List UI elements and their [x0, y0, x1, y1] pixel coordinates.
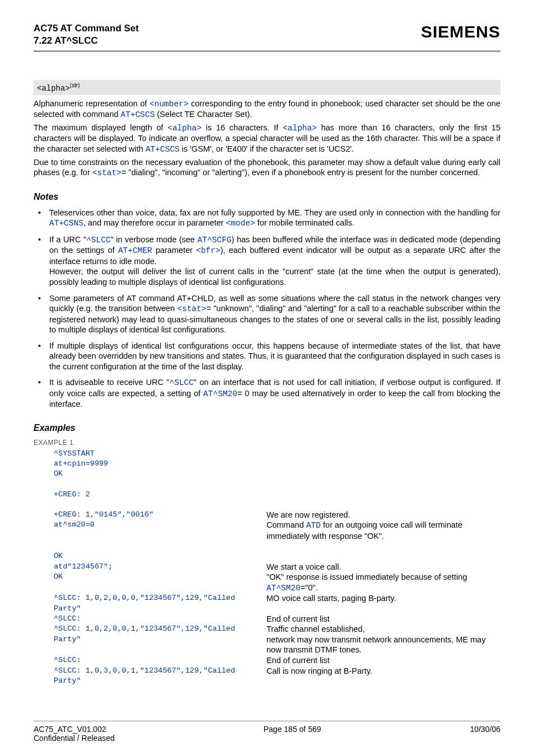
param-name: <alpha> — [37, 84, 70, 93]
ex-row: at+cpin=9999 — [54, 459, 500, 469]
ref-atd[interactable]: ATD — [306, 521, 321, 530]
ex-cmd: +CREG: 2 — [54, 490, 266, 500]
note-item: If a URC "^SLCC" in verbose mode (see AT… — [34, 234, 500, 288]
t: If a URC " — [49, 235, 86, 244]
ex-cmd: at+cpin=9999 — [54, 459, 266, 469]
ex-row: +CREG: 2 — [54, 490, 500, 500]
t: , and may therefore occur in parameter — [83, 218, 226, 227]
ref-stat[interactable]: <stat> — [177, 304, 207, 313]
ex-cmd: OK — [54, 551, 266, 561]
footer-doc-id: AC75_ATC_V01.002 — [34, 725, 106, 734]
header-divider — [34, 50, 500, 52]
t: However, the output will deliver the lis… — [49, 267, 500, 287]
ex-cmd: +CREG: 1,"0145","0016" — [54, 510, 266, 520]
notes-heading: Notes — [34, 192, 500, 202]
blank — [54, 480, 500, 490]
ex-row: ^SLCC: 1,0,3,0,0,1,"1234567",129,"Called… — [54, 666, 500, 686]
page-footer: AC75_ATC_V01.002 Confidential / Released… — [34, 721, 500, 743]
ex-desc: Call is now ringing at B-Party. — [266, 666, 500, 677]
blank — [54, 541, 500, 551]
ex-row: ^SYSSTART — [54, 449, 500, 459]
example-1-label: EXAMPLE 1 — [34, 439, 500, 447]
ex-row: OK — [54, 469, 500, 479]
t: (Select TE Character Set). — [154, 110, 252, 119]
ref-bfr[interactable]: <bfr> — [196, 246, 221, 255]
ex-cmd: at^sm20=0 — [54, 520, 266, 530]
t: It is adviseable to receive URC " — [49, 378, 170, 387]
ref-mode[interactable]: <mode> — [226, 219, 255, 228]
ex-desc: Command ATD for an outgoing voice call w… — [266, 520, 500, 541]
ref-slcc[interactable]: ^SLCC — [170, 378, 194, 387]
ex-cmd: OK — [54, 572, 266, 582]
t: = "dialing", "incoming" or "alerting"), … — [121, 168, 480, 177]
blank — [54, 500, 500, 510]
ref-at-sm20[interactable]: AT^SM20 — [266, 584, 301, 593]
t: " in verbose mode (see — [111, 235, 198, 244]
ex-desc: We are now registered. — [266, 510, 500, 520]
footer-confidentiality: Confidential / Released — [34, 734, 115, 743]
ref-at-csns[interactable]: AT+CSNS — [49, 219, 83, 228]
ref-slcc[interactable]: ^SLCC — [86, 236, 111, 245]
t: Alphanumeric representation of — [34, 99, 149, 108]
t: Teleservices other than voice, data, fax… — [49, 208, 500, 217]
t: If multiple displays of identical list c… — [49, 341, 500, 371]
note-item: Teleservices other than voice, data, fax… — [34, 208, 500, 229]
ex-desc: End of current list — [266, 614, 500, 624]
para-1: Alphanumeric representation of <number> … — [34, 98, 500, 120]
ref-at-cscs[interactable]: AT+CSCS — [146, 145, 180, 154]
t: is 'GSM', or 'E400' if the character set… — [180, 144, 354, 153]
ex-row: +CREG: 1,"0145","0016"We are now registe… — [54, 510, 500, 520]
footer-date: 10/30/06 — [470, 725, 501, 743]
brand-logo: SIEMENS — [421, 22, 500, 41]
header-line2: 7.22 AT^SLCC — [34, 35, 98, 46]
ex-row: OK"OK" response is issued immediately be… — [54, 572, 500, 593]
ex-desc: MO voice call starts, paging B-party. — [266, 593, 500, 604]
ref-alpha[interactable]: <alpha> — [167, 124, 202, 133]
examples-heading: Examples — [34, 423, 500, 433]
ex-cmd: ^SLCC: — [54, 614, 266, 624]
ref-at-cmer[interactable]: AT+CMER — [118, 246, 152, 255]
ex-cmd: ^SLCC: 1,0,2,0,0,0,"1234567",129,"Called… — [54, 593, 266, 613]
ex-row: atd"1234567";We start a voice call. — [54, 562, 500, 572]
ref-stat[interactable]: <stat> — [92, 168, 121, 177]
ex-cmd: ^SYSSTART — [54, 449, 266, 459]
page-header: AC75 AT Command Set 7.22 AT^SLCC SIEMENS — [34, 22, 500, 47]
footer-left: AC75_ATC_V01.002 Confidential / Released — [34, 725, 115, 743]
ex-cmd: ^SLCC: — [54, 655, 266, 665]
header-title: AC75 AT Command Set 7.22 AT^SLCC — [34, 22, 139, 47]
note-item: Some parameters of AT command AT+CHLD, a… — [34, 293, 500, 335]
ex-row: ^SLCC:End of current list — [54, 655, 500, 666]
t: is 16 characters. If — [202, 123, 283, 132]
t: Traffic channel established, — [266, 624, 365, 633]
ex-cmd: OK — [54, 469, 266, 479]
param-alpha-header: <alpha>(str) — [34, 80, 500, 95]
ref-at-cscs[interactable]: AT+CSCS — [121, 110, 155, 119]
ex-row: ^SLCC: 1,0,2,0,0,1,"1234567",129,"Called… — [54, 624, 500, 655]
ex-desc: End of current list — [266, 655, 500, 666]
t: parameter — [152, 246, 196, 255]
param-sup: (str) — [70, 82, 80, 88]
ex-row: ^SLCC: 1,0,2,0,0,0,"1234567",129,"Called… — [54, 593, 500, 613]
ex-desc: We start a voice call. — [266, 562, 500, 572]
note-item: If multiple displays of identical list c… — [34, 341, 500, 372]
page: AC75 AT Command Set 7.22 AT^SLCC SIEMENS… — [0, 0, 534, 756]
ex-row: OK — [54, 551, 500, 561]
ex-desc: Traffic channel established,network may … — [266, 624, 500, 655]
ref-at-sm20[interactable]: AT^SM20 — [203, 389, 237, 398]
ex-row: at^sm20=0Command ATD for an outgoing voi… — [54, 520, 500, 541]
footer-page-number: Page 185 of 569 — [264, 725, 321, 743]
t: ="0". — [301, 583, 318, 592]
ex-cmd: ^SLCC: 1,0,2,0,0,1,"1234567",129,"Called… — [54, 624, 266, 644]
ex-cmd: ^SLCC: 1,0,3,0,0,1,"1234567",129,"Called… — [54, 666, 266, 686]
header-line1: AC75 AT Command Set — [34, 23, 139, 34]
t: network may now transmit network announc… — [266, 635, 486, 655]
para-2: The maximum displayed length of <alpha> … — [34, 123, 500, 155]
t: "OK" response is issued immediately beca… — [266, 572, 467, 581]
example-1-block: ^SYSSTART at+cpin=9999 OK +CREG: 2 +CREG… — [34, 449, 500, 686]
ref-alpha[interactable]: <alpha> — [283, 124, 317, 133]
ref-at-scfg[interactable]: AT^SCFG — [198, 236, 232, 245]
t: for mobile terminated calls. — [255, 218, 354, 227]
ref-number[interactable]: <number> — [149, 100, 189, 109]
ex-cmd: atd"1234567"; — [54, 562, 266, 572]
t: Command — [266, 520, 306, 529]
